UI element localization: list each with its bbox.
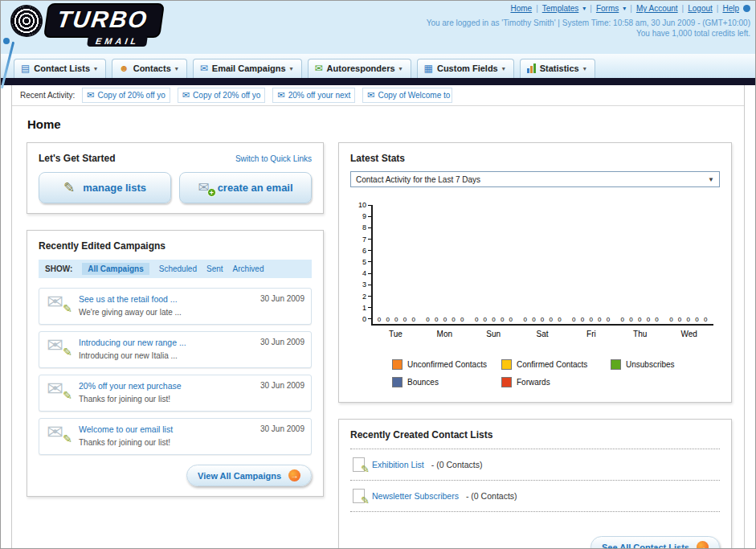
switch-quick-links[interactable]: Switch to Quick Links	[235, 154, 312, 163]
legend-swatch-icon	[501, 377, 512, 387]
recent-activity-item[interactable]: ✉ Copy of 20% off yo	[82, 88, 170, 103]
campaigns-title: Recently Edited Campaigns	[39, 240, 312, 252]
recent-activity-item[interactable]: ✉ 20% off your next	[272, 88, 355, 103]
campaign-envelope-icon: ✉✎	[46, 424, 72, 445]
campaign-row: ✉✎ See us at the retail food ... We're g…	[39, 288, 312, 325]
chevron-down-icon: ▾	[94, 65, 97, 72]
top-nav: Home | Templates ▾ | Forms ▾ | My Accoun…	[427, 4, 750, 13]
logo-text: TURBO	[43, 3, 165, 38]
login-info: You are logged in as 'Timothy Smith' | S…	[427, 18, 750, 27]
nav-logout-link[interactable]: Logout	[688, 4, 713, 13]
chart-x-labels: TueMonSunSatFriThuWed	[371, 330, 713, 338]
legend-swatch-icon	[501, 359, 512, 370]
campaign-row: ✉✎ Welcome to our email list Thanks for …	[39, 418, 312, 455]
campaigns-filter-row: SHOW: All Campaigns Scheduled Sent Archi…	[39, 260, 312, 278]
recent-activity-bar: Recent Activity: ✉ Copy of 20% off yo ✉ …	[12, 85, 744, 106]
chevron-down-icon: ▾	[583, 65, 586, 72]
contact-list-count: - (0 Contacts)	[466, 491, 517, 501]
chart-value-group: 0 0 0 0 0	[373, 316, 422, 323]
chart-value-group: 0 0 0 0 0	[470, 316, 519, 323]
tab-statistics[interactable]: Statistics ▾	[520, 59, 595, 78]
envelope-icon: ✉	[277, 90, 284, 100]
chart-x-label: Thu	[615, 330, 664, 338]
app-logo[interactable]: TURBO EMAIL	[10, 3, 162, 38]
statistics-icon	[527, 64, 536, 73]
chart-x-label: Wed	[664, 330, 713, 338]
legend-item: Bounces	[392, 377, 501, 387]
legend-item: Confirmed Contacts	[501, 359, 611, 370]
recent-contact-lists-panel: Recently Created Contact Lists Exhibitio…	[338, 419, 732, 549]
recent-activity-item[interactable]: ✉ Copy of Welcome to	[362, 88, 452, 103]
legend-swatch-icon	[392, 359, 403, 370]
header-right: Home | Templates ▾ | Forms ▾ | My Accoun…	[427, 4, 750, 38]
dropdown-arrow-icon: ▼	[708, 176, 714, 183]
recent-activity-item[interactable]: ✉ Copy of 20% off yo	[178, 88, 266, 103]
latest-stats-panel: Latest Stats Contact Activity for the La…	[338, 142, 732, 403]
chart-value-group: 0 0 0 0 0	[519, 316, 568, 323]
content-frame: Recent Activity: ✉ Copy of 20% off yo ✉ …	[11, 85, 745, 549]
tab-contacts[interactable]: ☻ Contacts ▾	[112, 59, 187, 78]
filter-archived[interactable]: Archived	[233, 264, 264, 273]
divider-bar	[1, 78, 755, 85]
page-title: Home	[27, 117, 729, 131]
recent-campaigns-panel: Recently Edited Campaigns SHOW: All Camp…	[27, 230, 324, 497]
campaign-envelope-icon: ✉✎	[46, 294, 72, 315]
chevron-down-icon: ▾	[502, 65, 505, 72]
chart-plot-area: 0 0 0 0 00 0 0 0 00 0 0 0 00 0 0 0 00 0 …	[371, 205, 713, 326]
filter-sent[interactable]: Sent	[206, 264, 223, 273]
show-label: SHOW:	[45, 264, 72, 273]
chart-value-group: 0 0 0 0 0	[567, 316, 616, 323]
envelope-icon: ✉	[367, 90, 374, 100]
main-content: Home Let's Get Started Switch to Quick L…	[12, 106, 744, 549]
logo-subtext: EMAIL	[87, 35, 148, 47]
help-dot-icon	[743, 5, 750, 12]
campaign-title-link[interactable]: See us at the retail food ...	[79, 294, 253, 304]
filter-scheduled[interactable]: Scheduled	[159, 264, 197, 273]
chevron-down-icon: ▾	[582, 5, 586, 12]
logo-swirl-icon	[7, 1, 47, 40]
legend-swatch-icon	[392, 377, 403, 387]
tab-custom-fields[interactable]: ▦ Custom Fields ▾	[417, 59, 514, 78]
latest-stats-title: Latest Stats	[350, 153, 720, 164]
contact-list-link[interactable]: Newsletter Subscribers	[372, 491, 459, 501]
manage-lists-button[interactable]: ✎ manage lists	[39, 172, 171, 203]
nav-templates-link[interactable]: Templates	[542, 4, 579, 13]
campaign-envelope-icon: ✉✎	[46, 338, 72, 358]
edit-list-icon	[353, 457, 365, 472]
logo-swoosh-dot	[3, 38, 10, 44]
chevron-down-icon: ▾	[175, 65, 178, 72]
campaign-subtitle: Thanks for joining our list!	[79, 438, 170, 447]
envelope-icon: ✉	[182, 90, 190, 100]
campaign-envelope-icon: ✉✎	[46, 381, 72, 402]
view-all-campaigns-button[interactable]: View All Campaigns →	[186, 465, 312, 486]
legend-item: Unsubscribes	[611, 359, 720, 370]
contact-list-link[interactable]: Exhibition List	[372, 460, 424, 469]
tab-autoresponders[interactable]: ✉ Autoresponders ▾	[308, 59, 411, 78]
contact-lists-icon: ▤	[21, 64, 30, 73]
credits-info: You have 1,000 total credits left.	[427, 29, 750, 38]
campaign-title-link[interactable]: Welcome to our email list	[79, 424, 253, 434]
chart-x-label: Tue	[371, 330, 420, 338]
nav-help-link[interactable]: Help	[722, 4, 739, 13]
campaign-title-link[interactable]: 20% off your next purchase	[79, 381, 253, 391]
create-email-icon: ✉+	[198, 179, 209, 196]
contact-list-row: Exhibition List - (0 Contacts)	[350, 449, 720, 481]
stats-activity-select[interactable]: Contact Activity for the Last 7 Days ▼	[350, 171, 720, 187]
nav-my-account-link[interactable]: My Account	[636, 4, 678, 13]
envelope-icon: ✉	[87, 90, 94, 100]
nav-forms-link[interactable]: Forms	[596, 4, 619, 13]
edit-list-icon	[353, 489, 365, 503]
create-email-button[interactable]: ✉+ create an email	[179, 172, 312, 203]
campaign-subtitle: Thanks for joining our list!	[79, 395, 170, 404]
campaign-title-link[interactable]: Introducing our new range ...	[79, 338, 253, 347]
pencil-icon: ✎	[63, 179, 75, 196]
arrow-right-icon: →	[288, 469, 300, 481]
tab-contact-lists[interactable]: ▤ Contact Lists ▾	[14, 59, 106, 78]
tab-email-campaigns[interactable]: ✉ Email Campaigns ▾	[193, 59, 302, 78]
filter-all-campaigns[interactable]: All Campaigns	[82, 263, 149, 275]
nav-home-link[interactable]: Home	[510, 4, 532, 13]
see-all-contact-lists-button[interactable]: See All Contact Lists →	[590, 536, 720, 549]
campaign-date: 30 Jun 2009	[260, 424, 304, 433]
contact-activity-chart: 109876543210 0 0 0 0 00 0 0 0 00 0 0 0 0…	[352, 205, 713, 326]
chart-x-label: Sun	[469, 330, 518, 338]
